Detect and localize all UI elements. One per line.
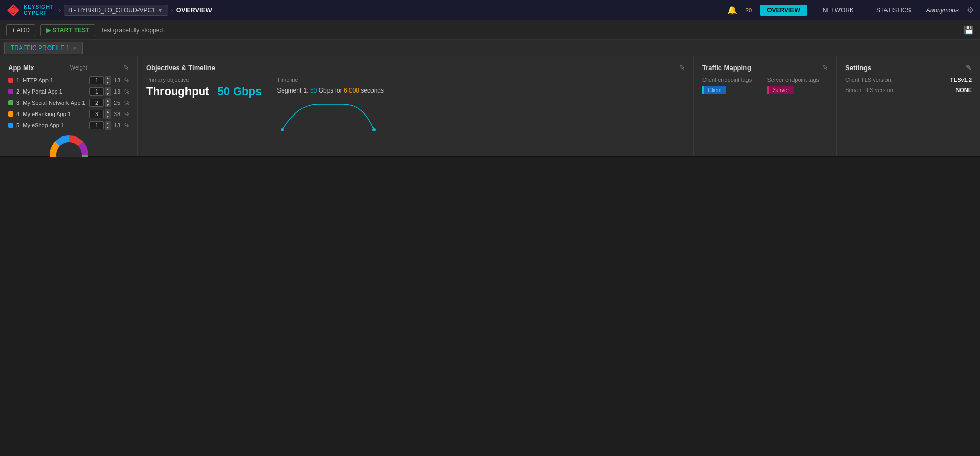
bell-icon: 🔔 — [727, 5, 737, 15]
dropdown-arrow-icon: ▼ — [157, 7, 164, 14]
settings-edit-icon[interactable]: ✎ — [966, 63, 972, 72]
app-name: 3. My Social Network App 1 — [16, 100, 86, 106]
app-weight-input[interactable] — [89, 87, 104, 96]
app-weight-input[interactable] — [89, 110, 104, 118]
tab-network[interactable]: NETWORK — [815, 5, 861, 16]
app-mix-rows: 1. HTTP App 1 ▲ ▼ 13 % 2. My Portal App … — [8, 76, 129, 130]
nav-right: 🔔 20 OVERVIEW NETWORK STATISTICS Anonymo… — [727, 5, 974, 16]
client-tls-row: Client TLS version: TLSv1.2 — [845, 77, 972, 83]
server-endpoint-label: Server endpoint tags — [767, 77, 829, 83]
server-tls-label: Server TLS version: — [845, 87, 895, 93]
timeline-svg — [277, 99, 379, 135]
objectives-header: Objectives & Timeline ✎ — [146, 63, 685, 72]
client-endpoint-label: Client endpoint tags — [702, 77, 763, 83]
traffic-mapping-grid: Client endpoint tags Client Server endpo… — [702, 77, 828, 94]
traffic-mapping-title: Traffic Mapping — [702, 64, 751, 72]
app-row: 2. My Portal App 1 ▲ ▼ 13 % — [8, 87, 129, 96]
user-label: Anonymous — [926, 7, 959, 14]
tab-statistics[interactable]: STATISTICS — [869, 5, 918, 16]
pct-sign: % — [124, 111, 129, 117]
app-weight-up[interactable]: ▲ — [105, 121, 111, 125]
app-weight-control: ▲ ▼ — [89, 121, 111, 130]
app-weight-arrows: ▲ ▼ — [105, 87, 111, 96]
profile-tab-bar: TRAFFIC PROFILE 1 × — [0, 40, 980, 56]
app-weight-arrows: ▲ ▼ — [105, 98, 111, 107]
logo-icon — [6, 3, 20, 17]
app-row: 4. My eBanking App 1 ▲ ▼ 38 % — [8, 109, 129, 119]
timeline-label: Timeline — [277, 77, 685, 83]
client-tag: Client — [702, 86, 726, 94]
toolbar: + ADD ▶ START TEST Test gracefully stopp… — [0, 20, 980, 40]
app-weight-control: ▲ ▼ — [89, 109, 111, 119]
app-weight-arrows: ▲ ▼ — [105, 121, 111, 130]
save-icon[interactable]: 💾 — [964, 25, 974, 35]
primary-objective-num: 50 Gbps — [217, 85, 262, 98]
traffic-profile-tab[interactable]: TRAFFIC PROFILE 1 × — [4, 42, 83, 54]
app-mix-edit-icon[interactable]: ✎ — [123, 63, 129, 72]
app-mix-title: App Mix — [8, 64, 34, 72]
app-weight-control: ▲ ▼ — [89, 76, 111, 85]
chevron2-icon: › — [171, 7, 173, 14]
settings-header: Settings ✎ — [845, 63, 972, 72]
breadcrumb: › 8 - HYBRID_TO_CLOUD-VPC1 ▼ › OVERVIEW — [59, 5, 212, 16]
app-weight-up[interactable]: ▲ — [105, 109, 111, 114]
test-name: 8 - HYBRID_TO_CLOUD-VPC1 — [68, 7, 155, 14]
app-weight-down[interactable]: ▼ — [105, 103, 111, 107]
server-tag: Server — [767, 86, 794, 94]
app-name: 2. My Portal App 1 — [16, 88, 86, 95]
app-row: 3. My Social Network App 1 ▲ ▼ 25 % — [8, 98, 129, 107]
app-weight-arrows: ▲ ▼ — [105, 109, 111, 119]
app-weight-down[interactable]: ▼ — [105, 114, 111, 119]
test-dropdown[interactable]: 8 - HYBRID_TO_CLOUD-VPC1 ▼ — [64, 5, 168, 16]
app-pct: 13 — [114, 88, 120, 95]
tab-overview[interactable]: OVERVIEW — [760, 5, 807, 16]
app-pct: 13 — [114, 122, 120, 128]
app-weight-down[interactable]: ▼ — [105, 92, 111, 96]
objectives-title: Objectives & Timeline — [146, 64, 215, 72]
pct-sign: % — [124, 122, 129, 128]
traffic-mapping-section: Traffic Mapping ✎ Client endpoint tags C… — [694, 56, 837, 156]
objectives-left: Primary objective Throughput 50 Gbps — [146, 77, 262, 136]
settings-title: Settings — [845, 64, 871, 72]
app-color-swatch — [8, 123, 13, 128]
gear-icon[interactable]: ⚙ — [967, 5, 974, 15]
toolbar-status: Test gracefully stopped. — [100, 27, 165, 34]
timeline-sec-highlight: 6,000 — [344, 87, 359, 94]
add-button[interactable]: + ADD — [6, 24, 35, 36]
app-mix-header: App Mix Weight ✎ — [8, 63, 129, 72]
profile-tab-close[interactable]: × — [73, 44, 76, 52]
timeline-text: Segment 1: 50 Gbps for 6,000 seconds — [277, 87, 685, 94]
objectives-edit-icon[interactable]: ✎ — [679, 63, 685, 72]
app-weight-down[interactable]: ▼ — [105, 80, 111, 85]
logo: KEYSIGHT CYPERF — [6, 3, 54, 17]
app-name: 1. HTTP App 1 — [16, 77, 86, 83]
app-weight-input[interactable] — [89, 99, 104, 107]
app-weight-up[interactable]: ▲ — [105, 98, 111, 103]
app-color-swatch — [8, 78, 13, 83]
app-weight-input[interactable] — [89, 121, 104, 129]
app-pct: 25 — [114, 100, 120, 106]
client-endpoint-col: Client endpoint tags Client — [702, 77, 763, 94]
app-row: 5. My eShop App 1 ▲ ▼ 13 % — [8, 121, 129, 130]
app-weight-down[interactable]: ▼ — [105, 125, 111, 130]
app-pct: 38 — [114, 111, 120, 117]
app-weight-up[interactable]: ▲ — [105, 76, 111, 80]
svg-point-4 — [372, 128, 376, 131]
server-endpoint-col: Server endpoint tags Server — [767, 77, 829, 94]
traffic-mapping-edit-icon[interactable]: ✎ — [822, 63, 828, 72]
app-pct: 13 — [114, 77, 120, 83]
server-tls-row: Server TLS version: NONE — [845, 87, 972, 93]
logo-text: KEYSIGHT CYPERF — [24, 4, 54, 16]
app-mix-section: App Mix Weight ✎ 1. HTTP App 1 ▲ ▼ 13 % … — [0, 56, 138, 156]
settings-section: Settings ✎ Client TLS version: TLSv1.2 S… — [837, 56, 980, 156]
timeline-chart — [277, 99, 685, 136]
objectives-right: Timeline Segment 1: 50 Gbps for 6,000 se… — [277, 77, 685, 136]
start-test-button[interactable]: ▶ START TEST — [40, 24, 95, 36]
server-tls-value: NONE — [955, 87, 972, 93]
client-tls-value: TLSv1.2 — [950, 77, 972, 83]
client-tls-label: Client TLS version: — [845, 77, 893, 83]
app-weight-up[interactable]: ▲ — [105, 87, 111, 92]
logo-line2: CYPERF — [24, 10, 54, 16]
app-weight-control: ▲ ▼ — [89, 98, 111, 107]
app-weight-input[interactable] — [89, 76, 104, 84]
